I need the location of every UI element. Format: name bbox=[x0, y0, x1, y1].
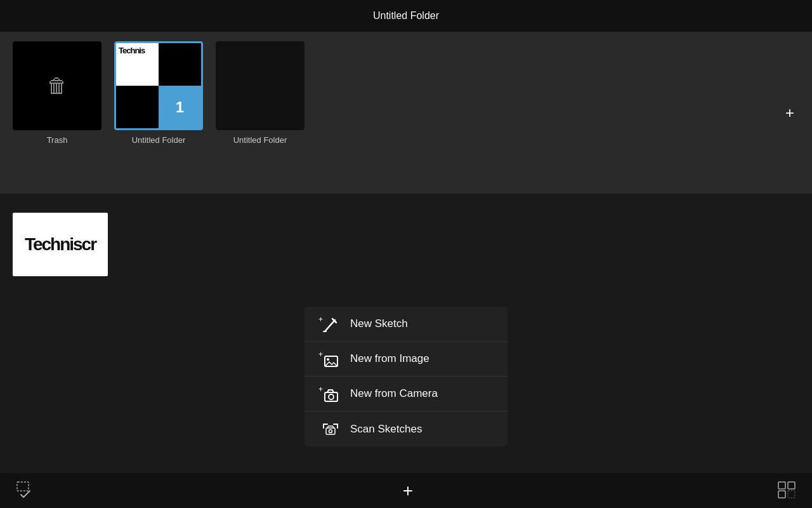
selection-mode-button[interactable] bbox=[16, 481, 39, 501]
svg-rect-16 bbox=[788, 491, 795, 498]
folder-label-untitled-2: Untitled Folder bbox=[233, 135, 287, 145]
bottom-bar: + bbox=[0, 473, 812, 508]
svg-text:+: + bbox=[318, 315, 323, 324]
svg-line-1 bbox=[325, 320, 335, 331]
grid-cell-2 bbox=[116, 86, 159, 128]
folder-label-untitled-1: Untitled Folder bbox=[132, 135, 186, 145]
svg-point-11 bbox=[329, 429, 332, 432]
svg-rect-14 bbox=[788, 482, 795, 489]
menu-label-new-from-image: New from Image bbox=[350, 352, 429, 365]
svg-rect-12 bbox=[17, 482, 29, 491]
svg-rect-8 bbox=[325, 392, 337, 401]
svg-text:+: + bbox=[318, 385, 323, 394]
folder-item-untitled-1[interactable]: Technis 1 Untitled Folder bbox=[114, 41, 203, 145]
sketch-item[interactable]: Techniscr bbox=[13, 213, 108, 276]
trash-icon: 🗑 bbox=[47, 74, 67, 98]
menu-label-scan-sketches: Scan Sketches bbox=[350, 423, 422, 436]
add-icon: + bbox=[403, 481, 413, 500]
menu-item-new-sketch[interactable]: + New Sketch bbox=[304, 307, 508, 342]
svg-rect-13 bbox=[778, 482, 785, 489]
svg-text:+: + bbox=[318, 350, 323, 359]
pen-plus-icon: + bbox=[317, 312, 340, 335]
grid-layout-button[interactable] bbox=[777, 481, 796, 501]
svg-rect-10 bbox=[326, 428, 335, 434]
svg-point-6 bbox=[327, 358, 329, 361]
add-sketch-button[interactable]: + bbox=[403, 481, 413, 501]
menu-item-new-from-camera[interactable]: + New from Camera bbox=[304, 377, 508, 411]
menu-label-new-sketch: New Sketch bbox=[350, 318, 408, 330]
folder-grid-thumb: Technis 1 bbox=[116, 43, 201, 128]
scan-camera-icon bbox=[317, 418, 340, 441]
menu-label-new-from-camera: New from Camera bbox=[350, 387, 438, 400]
add-folder-icon: + bbox=[785, 104, 794, 122]
grid-badge: 1 bbox=[176, 98, 184, 116]
folders-section: 🗑 Trash Technis 1 Untitled Folder Untitl… bbox=[0, 32, 812, 194]
main-content: Techniscr bbox=[0, 194, 812, 295]
folder-thumb-untitled-2 bbox=[216, 41, 304, 130]
folder-thumb-trash: 🗑 bbox=[13, 41, 102, 130]
grid-sketch-text: Technis bbox=[119, 46, 145, 55]
folder-label-trash: Trash bbox=[47, 135, 68, 145]
add-folder-button[interactable]: + bbox=[780, 104, 799, 123]
image-plus-icon: + bbox=[317, 347, 340, 370]
folder-item-untitled-2[interactable]: Untitled Folder bbox=[216, 41, 304, 145]
grid-cell-3: 1 bbox=[159, 86, 201, 128]
folder-thumb-untitled-1: Technis 1 bbox=[114, 41, 203, 130]
top-bar: Untitled Folder bbox=[0, 0, 812, 32]
top-bar-title: Untitled Folder bbox=[373, 10, 439, 22]
svg-rect-15 bbox=[778, 491, 785, 498]
menu-item-new-from-image[interactable]: + New from Image bbox=[304, 342, 508, 377]
menu-item-scan-sketches[interactable]: Scan Sketches bbox=[304, 411, 508, 446]
camera-plus-icon: + bbox=[317, 382, 340, 405]
folder-item-trash[interactable]: 🗑 Trash bbox=[13, 41, 102, 145]
context-menu: + New Sketch + New from Image + bbox=[304, 307, 508, 446]
sketch-text: Techniscr bbox=[25, 234, 96, 255]
grid-cell-0: Technis bbox=[116, 43, 159, 86]
grid-cell-1 bbox=[159, 43, 201, 86]
svg-point-9 bbox=[329, 394, 334, 399]
